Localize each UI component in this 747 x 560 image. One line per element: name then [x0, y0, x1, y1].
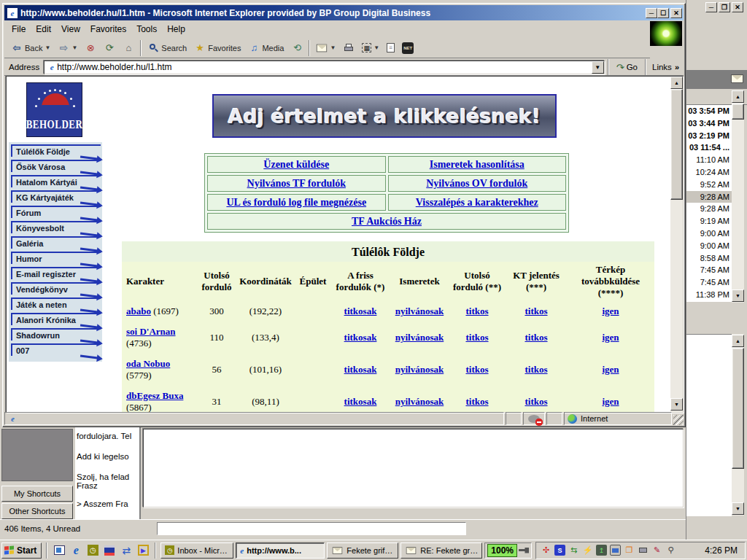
message-time[interactable]: 11:38 PM	[686, 289, 732, 301]
outlook-restore-button[interactable]: ❐	[719, 2, 730, 12]
back-dropdown-icon[interactable]: ▼	[44, 44, 50, 51]
nav-galeria[interactable]: Galéria	[11, 236, 101, 249]
tray-sync-icon[interactable]: ⇆	[568, 545, 579, 556]
menu-tools[interactable]: Tools	[132, 23, 161, 36]
maximize-button[interactable]: ☐	[657, 8, 669, 18]
message-time[interactable]: 03 3:54 PM	[686, 105, 732, 117]
nav-kg-kartyajatek[interactable]: KG Kártyajáték	[11, 190, 101, 203]
battery-meter[interactable]: 100%	[484, 542, 532, 559]
nav-konyvesbolt[interactable]: Könyvesbolt	[11, 221, 101, 233]
tray-search-icon[interactable]: ⚲	[665, 545, 676, 556]
print-button[interactable]	[339, 39, 358, 57]
outlook-list-scroll-thumb[interactable]	[732, 104, 744, 120]
menu-view[interactable]: View	[57, 23, 85, 36]
cell-lastround-link[interactable]: titkos	[465, 364, 488, 375]
message-time[interactable]: 03 11:54 ...	[686, 141, 732, 154]
nav-jatek-a-neten[interactable]: Játék a neten	[11, 298, 101, 310]
ie-titlebar[interactable]: e http://www.beholder.hu/l1.htm - Micros…	[4, 5, 684, 20]
cell-fresh-link[interactable]: titkosak	[344, 306, 377, 316]
tray-windows-icon[interactable]: ❐	[624, 545, 635, 556]
tray-red-fan-icon[interactable]: ✣	[541, 545, 551, 556]
minimize-button[interactable]: ─	[646, 8, 657, 18]
link-uzenet-kuldese[interactable]: Üzenet küldése	[263, 159, 329, 170]
cell-map-link[interactable]: igen	[602, 306, 619, 316]
home-button[interactable]: ⌂	[119, 39, 138, 57]
character-link[interactable]: oda Nobuo	[126, 358, 170, 369]
cell-map-link[interactable]: igen	[602, 364, 619, 375]
scroll-down-icon[interactable]: ▼	[670, 398, 683, 411]
media-button[interactable]: ♫ Media	[244, 39, 287, 57]
edit-dropdown-icon[interactable]: ▼	[374, 44, 379, 51]
menu-edit[interactable]: Edit	[31, 23, 55, 36]
scroll-up-icon[interactable]: ▲	[732, 335, 744, 347]
cell-knowledge-link[interactable]: nyilvánosak	[395, 332, 444, 343]
message-time[interactable]: 9:28 AM	[686, 203, 732, 215]
nav-osok-varosa[interactable]: Ősök Városa	[11, 160, 101, 172]
ql-outlook-icon[interactable]: ◷	[85, 543, 100, 558]
start-button[interactable]: Start	[1, 542, 42, 559]
cell-kt-link[interactable]: titkos	[525, 396, 547, 407]
task-re-fekete-griff[interactable]: RE: Fekete grif...	[400, 542, 482, 559]
scroll-down-icon[interactable]: ▼	[732, 502, 744, 515]
back-button[interactable]: ⇦ Back▼	[7, 39, 54, 57]
cell-fresh-link[interactable]: titkosak	[344, 396, 377, 407]
outlook-list-scrollbar[interactable]	[732, 90, 744, 303]
cell-kt-link[interactable]: titkos	[525, 364, 547, 375]
autopreview-line[interactable]: Frasz	[75, 481, 139, 490]
search-button[interactable]: Search	[144, 39, 190, 57]
autopreview-line[interactable]: fordulojara. Tel	[75, 432, 139, 440]
message-time[interactable]: 7:45 AM	[686, 264, 732, 276]
discuss-button[interactable]: ≡	[383, 39, 398, 57]
banner[interactable]: Adj értelmet a klikkelésnek!	[212, 94, 557, 138]
tray-agent-icon[interactable]: ⚡	[582, 545, 593, 556]
cell-lastround-link[interactable]: titkos	[465, 306, 488, 316]
message-time[interactable]: 11:10 AM	[686, 154, 732, 166]
nav-007[interactable]: 007	[11, 343, 101, 356]
autopreview-line[interactable]: Szolj, ha felad	[75, 472, 139, 481]
history-button[interactable]: ⟲	[287, 39, 306, 57]
ql-ie-icon[interactable]: e	[69, 543, 83, 558]
cell-lastround-link[interactable]: titkos	[465, 332, 488, 343]
cell-knowledge-link[interactable]: nyilvánosak	[395, 306, 444, 316]
other-shortcuts-button[interactable]: Other Shortcuts	[1, 503, 73, 519]
menu-favorites[interactable]: Favorites	[86, 23, 131, 36]
edit-button[interactable]: ▦ ▼	[358, 39, 383, 57]
task-inbox[interactable]: ◷ Inbox - Micros...	[160, 542, 233, 559]
autopreview-line[interactable]: > Asszem Fra	[75, 499, 139, 508]
character-link[interactable]: dbEgesz Buxa	[126, 390, 183, 401]
stop-button[interactable]: ⊗	[81, 39, 100, 57]
nav-humor[interactable]: Humor	[11, 252, 101, 264]
character-link[interactable]: ababo	[126, 306, 151, 316]
message-time[interactable]: 7:45 AM	[686, 276, 732, 289]
message-time[interactable]: 9:00 AM	[686, 228, 732, 240]
net-button[interactable]: NET	[398, 39, 417, 57]
cell-map-link[interactable]: igen	[602, 396, 619, 407]
menu-help[interactable]: Help	[163, 23, 190, 36]
mail-dropdown-icon[interactable]: ▼	[330, 44, 336, 51]
message-time[interactable]: 9:00 AM	[686, 240, 732, 252]
resize-grip[interactable]	[673, 415, 684, 425]
message-time[interactable]: 9:19 AM	[686, 215, 732, 228]
menu-file[interactable]: File	[7, 23, 30, 36]
close-button[interactable]: ✕	[670, 8, 682, 18]
cell-kt-link[interactable]: titkos	[525, 306, 547, 316]
nav-email-regiszter[interactable]: E-mail regiszter	[11, 267, 101, 279]
mail-button[interactable]: ▼	[312, 39, 339, 57]
beholder-logo[interactable]: BEHOLDER	[26, 82, 82, 137]
scroll-down-icon[interactable]: ▼	[732, 289, 744, 302]
address-field[interactable]: e ▼	[44, 61, 605, 74]
outlook-minimize-button[interactable]: ─	[705, 2, 717, 12]
task-fekete-griff[interactable]: Fekete griff - ...	[327, 542, 398, 559]
nav-vendegkonyv[interactable]: Vendégkönyv	[11, 282, 101, 295]
message-time[interactable]: 03 2:19 PM	[686, 130, 732, 142]
forward-button[interactable]: ⇨ ▼	[54, 39, 81, 57]
link-ul-log-file[interactable]: UL és forduló log file megnézése	[226, 197, 366, 208]
tray-upload-icon[interactable]: ↥	[596, 545, 607, 556]
message-time[interactable]: 03 3:44 PM	[686, 117, 732, 130]
nav-forum[interactable]: Fórum	[11, 206, 101, 218]
forward-dropdown-icon[interactable]: ▼	[71, 44, 77, 51]
links-chevron-icon[interactable]: »	[675, 63, 679, 71]
ql-mail-icon[interactable]	[52, 543, 66, 558]
tray-printer-icon[interactable]	[638, 545, 649, 556]
cell-kt-link[interactable]: titkos	[525, 332, 547, 343]
